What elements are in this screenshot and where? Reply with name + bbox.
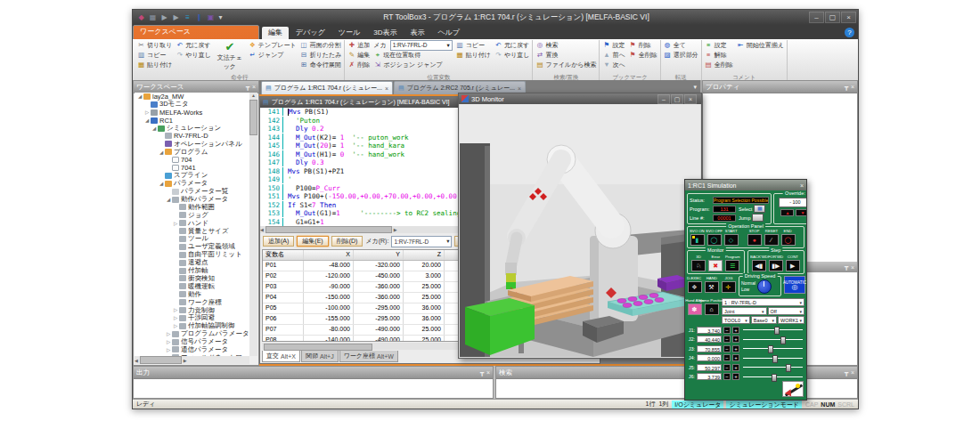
pendant-combobox[interactable]: TOOL0▾: [722, 316, 750, 324]
ribbon-button[interactable]: ⌖現在位置取得: [373, 50, 452, 60]
pendant-title-bar[interactable]: 1:RC1 Simulation ×: [685, 180, 806, 190]
close-icon[interactable]: ×: [800, 182, 804, 189]
quick-access-icon[interactable]: ▶: [159, 12, 169, 22]
program-button[interactable]: ☰: [725, 260, 739, 271]
slider-track[interactable]: [743, 348, 803, 349]
cont-button[interactable]: ▶: [786, 260, 800, 271]
ribbon-tab[interactable]: 編集: [262, 27, 289, 39]
ribbon-button[interactable]: ◎検索: [535, 40, 596, 50]
slider-thumb[interactable]: [772, 355, 778, 363]
slider-track[interactable]: [743, 358, 803, 359]
scroll-up-icon[interactable]: ▲: [251, 93, 256, 98]
title-bar[interactable]: ◆▦▶▶≡∥▣▾ RT ToolBox3 - プログラム 1:RC1 704.r…: [133, 10, 858, 25]
tree-item[interactable]: ◢シミュレーション: [135, 125, 249, 133]
quick-access-icon[interactable]: ▣: [206, 12, 216, 22]
pendant-combobox[interactable]: WORK1▾: [778, 316, 804, 324]
increment-button[interactable]: +: [732, 364, 739, 371]
decrement-button[interactable]: −: [723, 336, 731, 343]
pendant-combobox[interactable]: Joint▾: [722, 307, 767, 315]
tree-expander-closed-icon[interactable]: ▷: [172, 315, 179, 320]
ribbon-button[interactable]: ⚑設定: [602, 40, 625, 50]
pin-icon[interactable]: ┳: [845, 263, 848, 271]
minimize-button[interactable]: –: [809, 12, 824, 23]
increment-button[interactable]: +: [732, 373, 739, 380]
pendant-combobox[interactable]: 1 : RV-7FRL-D▾: [722, 298, 804, 306]
pin-icon[interactable]: ┳: [246, 84, 249, 91]
close-icon[interactable]: ×: [385, 85, 388, 92]
decrement-button[interactable]: −: [723, 327, 731, 334]
tree-expander-closed-icon[interactable]: ▷: [172, 221, 179, 226]
mech-combobox[interactable]: 1:RV-7FRL-D▾: [391, 236, 452, 247]
ribbon-button[interactable]: ◍全て: [664, 40, 698, 50]
pin-icon[interactable]: ┳: [845, 84, 848, 91]
variable-button[interactable]: 追加(A): [263, 236, 294, 247]
hand-button[interactable]: ⚒: [705, 281, 719, 293]
maximize-button[interactable]: ▢: [825, 12, 840, 23]
column-header[interactable]: Z: [404, 250, 445, 260]
d-exec-button[interactable]: ❖: [688, 281, 702, 293]
tree-expander-closed-icon[interactable]: ▷: [143, 109, 151, 115]
ribbon-tab[interactable]: 3D表示: [367, 27, 403, 39]
decrement-button[interactable]: −: [723, 345, 731, 352]
ribbon-button[interactable]: ↷やり直し: [176, 50, 211, 60]
coordinate-tab[interactable]: ワーク座標Alt+W: [339, 351, 398, 362]
robot-3d-scene[interactable]: [460, 104, 700, 357]
ribbon-button[interactable]: ▤全削除: [705, 60, 733, 69]
column-header[interactable]: X: [304, 250, 354, 260]
scroll-right-icon[interactable]: ▶: [184, 358, 187, 363]
maximize-button[interactable]: ▢: [671, 94, 683, 104]
slider-thumb[interactable]: [768, 345, 773, 353]
pendant-combobox[interactable]: Base0▾: [751, 316, 777, 324]
slider-track[interactable]: [743, 367, 803, 368]
close-icon[interactable]: ×: [851, 84, 854, 91]
mech-combobox[interactable]: 1:RV-7FRL-D▾: [390, 40, 453, 51]
scrollbar-thumb[interactable]: [140, 356, 182, 364]
tree-expander-closed-icon[interactable]: ▷: [172, 323, 179, 328]
tree-expander-closed-icon[interactable]: ▷: [165, 339, 172, 344]
speed-knob-icon[interactable]: [757, 279, 772, 294]
monitor-title-bar[interactable]: 3D Monitor –▢×: [459, 93, 701, 104]
scrollbar-thumb[interactable]: [265, 226, 392, 233]
tree-item[interactable]: ▷MELFA-Works: [135, 109, 249, 117]
tree-horizontal-scrollbar[interactable]: ◀▶: [135, 356, 249, 364]
ribbon-button[interactable]: ↶元に戻す: [176, 40, 211, 50]
chevron-down-icon[interactable]: ▾: [217, 12, 224, 22]
end-button[interactable]: ◯: [781, 234, 796, 246]
ribbon-button[interactable]: ✔文法チェック: [215, 40, 245, 70]
close-icon[interactable]: ×: [486, 369, 490, 376]
ribbon-button[interactable]: ▦貼り付け: [456, 50, 491, 60]
tree-expander-closed-icon[interactable]: ▷: [172, 307, 179, 312]
quick-access-icon[interactable]: ≡: [183, 12, 192, 22]
quick-access-icon[interactable]: ▶: [171, 12, 181, 22]
slider-thumb[interactable]: [786, 364, 791, 372]
tree-expander-closed-icon[interactable]: ▷: [165, 347, 172, 352]
3d-button[interactable]: ♘: [691, 260, 706, 271]
ribbon-button[interactable]: ▼次へ: [602, 60, 625, 69]
slider-thumb[interactable]: [780, 336, 786, 344]
ribbon-button[interactable]: ≡解除: [705, 50, 733, 60]
ribbon-button[interactable]: ⚑削除: [629, 40, 657, 50]
minimize-button[interactable]: –: [657, 94, 670, 104]
decrement-button[interactable]: −: [723, 373, 731, 380]
quick-access-icon[interactable]: ∥: [194, 12, 204, 22]
help-icon[interactable]: ?: [845, 28, 854, 37]
close-icon[interactable]: ×: [252, 84, 256, 91]
ribbon-button[interactable]: ↷やり直し: [494, 50, 530, 60]
pin-icon[interactable]: ┳: [845, 369, 848, 376]
home-position-button[interactable]: ⌂: [705, 304, 719, 315]
scrollbar-thumb[interactable]: [249, 100, 257, 135]
ribbon-button[interactable]: ✚追加: [347, 40, 370, 50]
ribbon-button[interactable]: ▦貼り付け: [137, 60, 172, 69]
ribbon-tab[interactable]: ヘルプ: [431, 27, 466, 39]
close-icon[interactable]: ×: [518, 85, 521, 92]
scroll-left-icon[interactable]: ◀: [135, 358, 138, 363]
svo-on-button[interactable]: ▮: [690, 234, 705, 246]
tree-expander-open-icon[interactable]: ◢: [151, 125, 158, 131]
ribbon-button[interactable]: ⊞命令行展開: [300, 60, 342, 69]
tree-item[interactable]: ◢lay2a_MW: [135, 93, 249, 101]
start-button[interactable]: ◇: [724, 234, 739, 246]
svo-off-button[interactable]: ◯: [707, 234, 722, 246]
jump-button[interactable]: [752, 214, 764, 222]
ribbon-button[interactable]: ▥コピー: [137, 50, 172, 60]
increment-button[interactable]: +: [732, 327, 739, 334]
